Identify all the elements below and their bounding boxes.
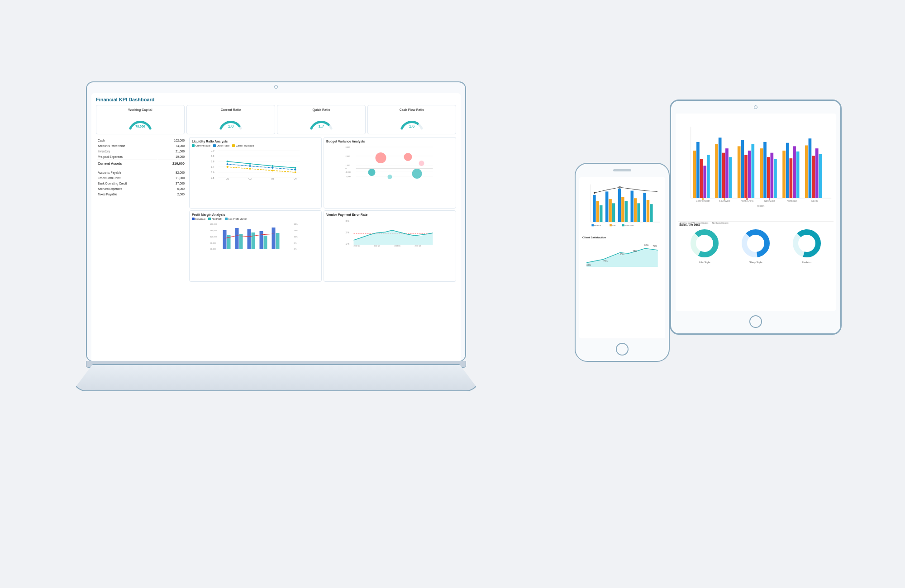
donut-shopstyle: Shop Style — [740, 228, 772, 264]
tablet: Central North Southwest North China Nort… — [670, 100, 842, 335]
svg-point-45 — [404, 153, 412, 161]
satisfaction-title: Client Satisfaction — [582, 236, 662, 239]
content-row: Cash102,000 Accounts Receivable74,000 In… — [96, 137, 456, 282]
kpi-label-2: Quick Ratio — [280, 108, 362, 111]
phone: Revenue Cost Gross Profit Client Satisfa… — [575, 163, 670, 362]
kpi-label-3: Cash Flow Ratio — [371, 108, 453, 111]
svg-text:3 %: 3 % — [346, 220, 350, 223]
svg-rect-64 — [248, 229, 251, 249]
vendor-payment-title: Vendor Payment Error Rate — [326, 213, 453, 216]
svg-rect-62 — [235, 228, 239, 249]
svg-text:120,000: 120,000 — [210, 236, 217, 238]
svg-rect-140 — [790, 158, 793, 198]
svg-text:8%: 8% — [294, 242, 297, 244]
svg-text:2022 Q3: 2022 Q3 — [374, 245, 380, 247]
liquidity-chart-box: Liquidity Ratio Analysis Current Ratio — [189, 137, 322, 209]
kpi-label-0: Working Capital — [99, 108, 181, 111]
svg-text:1.5: 1.5 — [211, 176, 214, 179]
svg-rect-94 — [650, 204, 653, 222]
svg-point-154 — [698, 237, 711, 250]
svg-text:Q1: Q1 — [226, 177, 229, 180]
scene: Financial KPI Dashboard Working Capital … — [45, 45, 860, 543]
inv-value: 21,000 — [158, 149, 186, 153]
phone-content: Revenue Cost Gross Profit Client Satisfa… — [579, 177, 665, 338]
svg-rect-97 — [591, 224, 594, 227]
svg-point-44 — [376, 152, 386, 163]
svg-point-150 — [746, 198, 748, 200]
svg-point-48 — [412, 169, 422, 179]
svg-text:66%: 66% — [586, 264, 591, 266]
dashboard-title: Financial KPI Dashboard — [96, 97, 456, 102]
svg-text:16%: 16% — [294, 229, 298, 232]
profit-margin-title: Profit Margin Analysis — [192, 213, 319, 216]
svg-text:-2,000: -2,000 — [346, 175, 351, 178]
svg-rect-119 — [696, 142, 700, 198]
donut-lifestyle-svg — [689, 228, 720, 259]
svg-point-23 — [295, 167, 296, 169]
svg-text:1.8: 1.8 — [228, 124, 234, 128]
svg-point-31 — [295, 171, 296, 173]
svg-rect-124 — [719, 138, 722, 198]
svg-point-96 — [619, 186, 621, 189]
ar-label: Accounts Receivable — [97, 143, 157, 148]
tablet-bar-area: Central North Southwest North China Nort… — [678, 116, 834, 222]
profit-margin-box: Profit Margin Analysis Revenue — [189, 210, 322, 282]
svg-rect-122 — [707, 155, 710, 198]
tablet-bar-svg: Central North Southwest North China Nort… — [678, 116, 834, 220]
svg-rect-129 — [741, 140, 744, 198]
legend-cashflow-ratio: Cash Flow Ratio — [232, 144, 254, 147]
budget-variance-box: Budget Variance Analysis 3,000 2,000 1,0… — [324, 137, 456, 209]
svg-rect-88 — [625, 201, 628, 222]
phone-bar-svg: Revenue Cost Gross Profit — [582, 180, 662, 230]
svg-rect-138 — [782, 151, 786, 198]
svg-point-28 — [227, 166, 229, 168]
svg-text:79%: 79% — [653, 245, 657, 247]
legend-quick-ratio: Quick Ratio — [213, 144, 229, 147]
svg-text:2,000: 2,000 — [346, 155, 351, 157]
svg-rect-135 — [767, 157, 770, 198]
laptop-camera — [274, 85, 278, 89]
svg-rect-93 — [647, 200, 649, 222]
gauge-current-ratio: 1.8 — [217, 113, 244, 131]
donut-fashion-svg — [791, 228, 823, 259]
laptop-screen: Financial KPI Dashboard Working Capital … — [91, 93, 461, 363]
svg-text:Northeast: Northeast — [787, 199, 797, 202]
svg-point-160 — [800, 237, 813, 250]
gauge-quick-ratio: 1.7 — [308, 113, 335, 131]
cash-label: Cash — [97, 138, 157, 142]
svg-text:75%: 75% — [603, 260, 607, 262]
svg-point-49 — [388, 175, 392, 179]
tablet-bottom: Sales, the best Life Style — [678, 222, 834, 308]
svg-rect-89 — [631, 191, 634, 222]
svg-rect-126 — [725, 148, 729, 198]
svg-text:Q2: Q2 — [248, 177, 252, 180]
svg-text:Q3: Q3 — [271, 177, 274, 180]
svg-rect-121 — [703, 166, 706, 198]
svg-text:1.6: 1.6 — [409, 124, 415, 128]
inv-label: Inventory — [97, 149, 157, 153]
svg-point-157 — [749, 237, 762, 250]
svg-point-25 — [249, 165, 251, 167]
svg-rect-90 — [634, 198, 637, 222]
svg-rect-147 — [819, 154, 822, 198]
donut-shopstyle-label: Shop Style — [740, 261, 772, 264]
tablet-home-button[interactable] — [749, 315, 762, 328]
svg-rect-81 — [596, 201, 599, 222]
donut-row: Life Style Shop Style — [679, 228, 832, 264]
svg-text:1.6: 1.6 — [211, 171, 214, 174]
svg-text:1,000: 1,000 — [346, 164, 351, 166]
satisfaction-svg: 66% 75% 75% 73% 80% 79% — [582, 240, 662, 271]
svg-point-151 — [769, 199, 770, 200]
svg-rect-68 — [272, 228, 276, 249]
laptop: Financial KPI Dashboard Working Capital … — [72, 81, 480, 488]
boc-value: 37,000 — [158, 181, 186, 186]
svg-rect-136 — [770, 153, 773, 198]
svg-rect-131 — [748, 151, 751, 198]
liquidity-legend: Current Ratio Quick Ratio — [192, 144, 319, 147]
phone-home-button[interactable] — [616, 343, 629, 356]
laptop-base — [72, 364, 480, 391]
taxes-value: 2,000 — [158, 192, 186, 197]
svg-rect-125 — [722, 153, 725, 198]
svg-text:80,000: 80,000 — [210, 242, 216, 244]
svg-rect-83 — [605, 191, 608, 222]
